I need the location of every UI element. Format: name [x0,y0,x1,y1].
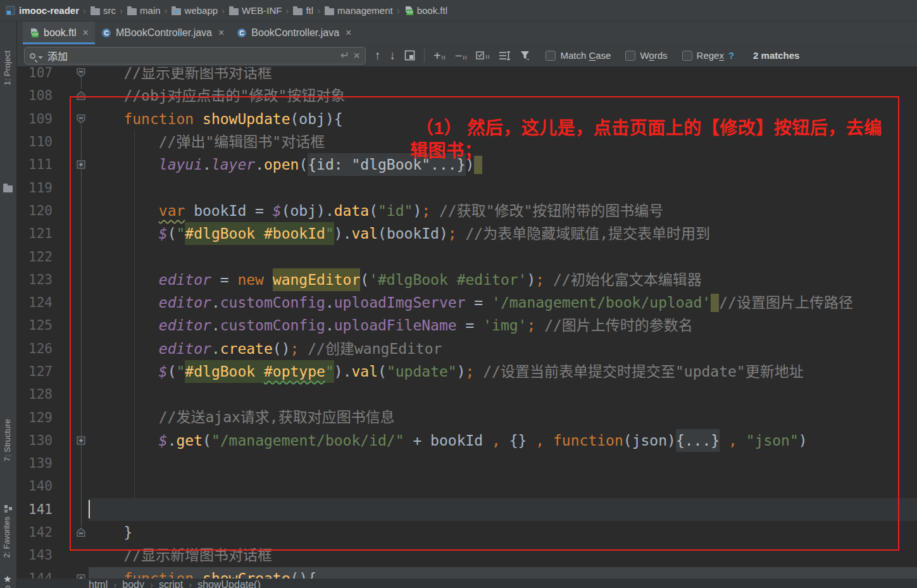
breadcrumb-item[interactable]: main [127,5,161,16]
clear-search-icon[interactable]: × [353,49,360,63]
line-number[interactable]: 144 [23,571,53,579]
line-number[interactable]: 119 [23,180,53,196]
line-number[interactable]: 141 [23,502,53,517]
code-text[interactable]: $("#dlgBook #bookId").val(bookId); //为表单… [89,222,917,245]
filter-icon[interactable] [520,50,531,61]
code-text[interactable]: //obj对应点击的"修改"按钮对象 [89,84,917,107]
close-tab-icon[interactable]: × [83,27,89,39]
code-text[interactable]: function showUpdate(obj){ [89,108,917,130]
line-number[interactable]: 125 [23,318,53,333]
checkbox-icon[interactable] [682,51,692,61]
search-options-icon[interactable] [499,51,511,61]
tab-book.ftl[interactable]: <>book.ftl× [23,22,95,44]
sidebar-item-favorites[interactable]: 2: Favorites [3,516,11,558]
close-tab-icon[interactable]: × [218,27,224,39]
checkbox-icon[interactable] [625,51,635,61]
code-text[interactable] [89,498,917,521]
select-all-occurrences-icon[interactable]: II [476,51,490,60]
regex-help-link[interactable]: ? [728,50,734,61]
code-text[interactable]: $("#dlgBook #optype").val("update"); //设… [89,360,917,383]
code-text[interactable] [89,452,917,475]
newline-icon[interactable]: ↵ [340,49,349,62]
code-text[interactable]: //显示更新图书对话框 [89,67,917,84]
line-number[interactable]: 129 [23,410,53,425]
open-find-window-icon[interactable] [404,50,415,61]
next-occurrence-icon[interactable]: ↓ [390,49,396,63]
breadcrumb-item[interactable]: imooc-reader [6,5,79,16]
line-number[interactable]: 107 [23,67,53,80]
line-number[interactable]: 122 [23,249,53,265]
code-text[interactable]: var bookId = $(obj).data("id"); //获取"修改"… [89,199,917,222]
breadcrumb-item[interactable]: management [324,5,393,16]
line-number[interactable]: 142 [23,525,53,540]
code-text[interactable]: editor.create(); //创建wangEditor [89,337,917,360]
search-history-chevron-icon[interactable] [38,56,43,59]
add-occurrence-icon[interactable]: +II [434,51,446,61]
line-number[interactable]: 143 [23,547,53,563]
plus-icon[interactable] [53,435,89,446]
tab-MBookController.java[interactable]: CMBookController.java× [95,22,230,44]
structure-icon[interactable] [3,504,13,516]
code-text[interactable]: //发送ajax请求,获取对应图书信息 [89,406,917,428]
remove-occurrence-icon[interactable]: −II [455,51,468,61]
line-number[interactable]: 108 [23,88,53,103]
editor-breadcrumb-item[interactable]: script [159,579,183,588]
line-number[interactable]: 123 [23,272,53,287]
code-text[interactable]: layui.layer.open({id: "dlgBook"...}) [89,153,917,176]
code-text[interactable] [89,176,917,199]
search-icon[interactable] [30,50,35,61]
line-number[interactable]: 109 [23,111,53,127]
sidebar-item-project[interactable]: 1: Project [3,51,12,85]
line-number[interactable]: 121 [23,226,53,241]
line-number[interactable]: 110 [23,134,53,149]
line-number[interactable]: 126 [23,341,53,356]
code-text[interactable]: function showCreate(){ [89,567,917,579]
plus-icon[interactable] [53,159,89,170]
code-text[interactable] [89,245,917,268]
option-words[interactable]: Words [625,50,667,61]
code-text[interactable]: //弹出"编辑图书"对话框 [89,130,917,153]
code-text[interactable]: //显示新增图书对话框 [89,544,917,566]
code-text[interactable]: editor.customConfig.uploadFileName = 'im… [89,314,917,337]
fold-open-icon[interactable] [53,113,89,125]
fold-open-icon[interactable] [53,67,89,78]
editor-breadcrumb-item[interactable]: body [122,579,144,588]
breadcrumb-item[interactable]: <>book.ftl [404,5,447,16]
plus-icon[interactable] [53,573,89,579]
line-number[interactable]: 127 [23,364,53,379]
tab-BookController.java[interactable]: CBookController.java× [230,22,358,44]
option-match-case[interactable]: Match Case [546,50,611,61]
code-editor[interactable]: 107 //显示更新图书对话框108 //obj对应点击的"修改"按钮对象109… [17,67,917,579]
code-text[interactable]: $.get("/management/book/id/" + bookId , … [89,429,917,452]
line-number[interactable]: 124 [23,295,53,310]
line-number[interactable]: 128 [23,387,53,402]
option-regex[interactable]: Regex [682,50,724,61]
project-folder-icon[interactable] [3,184,13,195]
line-number[interactable]: 140 [23,479,53,494]
breadcrumb-item[interactable]: webapp [172,5,218,16]
code-text[interactable]: editor.customConfig.uploadImgServer = '/… [89,291,917,314]
star-icon[interactable]: ★ [3,573,11,585]
previous-occurrence-icon[interactable]: ↑ [375,49,381,63]
line-number[interactable]: 111 [23,157,53,172]
sidebar-item-structure[interactable]: 7: Structure [3,419,12,461]
search-input[interactable]: 添加 ↵ × [24,47,366,65]
breadcrumb-item[interactable]: ftl [292,5,313,16]
code-text[interactable]: } [89,521,917,544]
line-number[interactable]: 120 [23,203,53,218]
code-text[interactable]: editor = new wangEditor('#dlgBook #edito… [89,268,917,291]
fold-close-icon[interactable] [53,527,89,538]
fold-close-icon[interactable] [53,90,89,101]
line-number[interactable]: 139 [23,456,53,471]
close-tab-icon[interactable]: × [346,27,351,39]
code-text[interactable] [89,475,917,497]
checkbox-icon[interactable] [546,51,556,61]
search-query-text[interactable]: 添加 [47,48,337,63]
code-text[interactable] [89,383,917,406]
line-number[interactable]: 130 [23,433,53,448]
editor-breadcrumb-item[interactable]: showUpdate() [197,579,261,588]
breadcrumb-item[interactable]: WEB-INF [228,5,282,16]
breadcrumb-item[interactable]: src [90,5,116,16]
sidebar-item-web[interactable]: Web [3,585,12,588]
editor-breadcrumb-item[interactable]: html [89,579,108,588]
